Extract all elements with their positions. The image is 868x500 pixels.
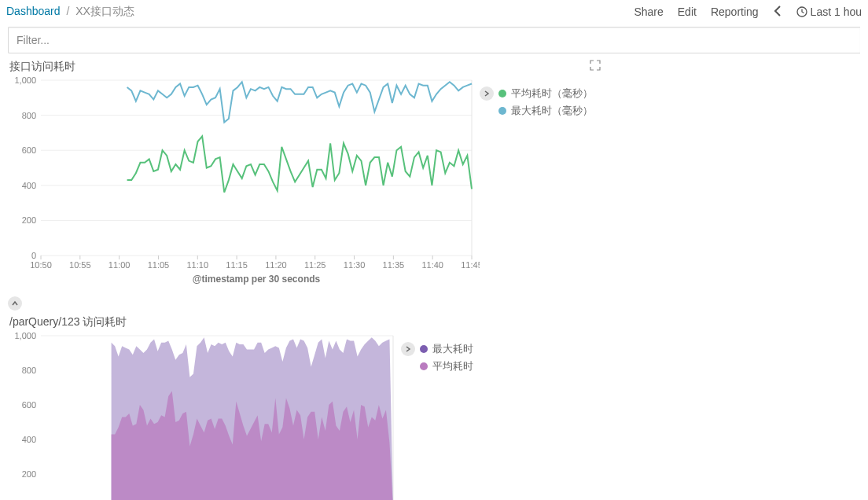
top-bar: Dashboard / XX接口动态 Share Edit Reporting … [0,0,868,24]
svg-text:11:00: 11:00 [108,260,131,270]
svg-text:11:35: 11:35 [383,260,405,270]
svg-text:11:25: 11:25 [304,260,326,270]
panel-1-legend: 平均耗时（毫秒） 最大耗时（毫秒） [480,75,593,292]
legend-item[interactable]: 最大耗时 [420,342,473,356]
breadcrumb: Dashboard / XX接口动态 [6,5,634,19]
svg-text:400: 400 [22,435,36,444]
svg-text:800: 800 [22,111,36,120]
svg-text:1,000: 1,000 [14,331,36,340]
page-title: XX接口动态 [75,5,134,17]
svg-text:200: 200 [22,215,36,225]
share-button[interactable]: Share [634,6,663,18]
panel-2: /parQuery/123 访问耗时 02004006008001,00010:… [0,312,868,500]
svg-text:400: 400 [22,181,36,190]
panel-2-title: /parQuery/123 访问耗时 [8,315,860,329]
svg-text:0: 0 [31,251,36,260]
svg-text:600: 600 [22,145,36,155]
legend-collapse-button[interactable] [480,86,494,101]
legend-item[interactable]: 平均耗时（毫秒） [498,86,593,101]
top-actions: Share Edit Reporting Last 1 hou [634,4,862,20]
panel-2-legend: 最大耗时 平均耗时 [401,331,473,500]
svg-text:11:30: 11:30 [344,260,366,270]
svg-text:11:40: 11:40 [421,260,443,270]
edit-button[interactable]: Edit [678,6,697,18]
breadcrumb-separator: / [66,5,69,17]
svg-text:11:15: 11:15 [226,260,248,270]
dashboard-link[interactable]: Dashboard [6,5,61,17]
legend-label: 最大耗时（毫秒） [511,104,593,118]
svg-text:11:20: 11:20 [265,260,287,270]
svg-text:1,000: 1,000 [14,75,36,85]
svg-text:10:55: 10:55 [69,260,91,270]
prev-time-button[interactable] [773,4,782,20]
reporting-button[interactable]: Reporting [711,6,759,18]
svg-text:200: 200 [22,469,36,479]
legend-label: 平均耗时 [432,359,473,373]
expand-icon[interactable] [590,60,601,73]
panel-1-title: 接口访问耗时 [8,60,860,74]
time-range-label: Last 1 hou [811,6,862,18]
svg-text:10:50: 10:50 [30,260,52,270]
legend-label: 最大耗时 [432,342,473,356]
svg-text:@timestamp per 30 seconds: @timestamp per 30 seconds [193,274,321,285]
chart-1[interactable]: 02004006008001,00010:5010:5511:0011:0511… [8,75,480,292]
legend-item[interactable]: 平均耗时 [420,359,473,373]
chart-2[interactable]: 02004006008001,00010:5010:5511:0011:0511… [8,331,401,500]
svg-text:11:05: 11:05 [148,260,170,270]
legend-label: 平均耗时（毫秒） [511,86,593,101]
filter-bar [0,24,868,57]
svg-text:800: 800 [22,366,36,375]
legend-item[interactable]: 最大耗时（毫秒） [498,104,593,118]
collapse-up-button[interactable] [8,296,22,311]
svg-text:600: 600 [22,400,36,410]
clock-icon [796,6,807,17]
svg-text:11:45: 11:45 [461,260,480,270]
legend-swatch [498,90,506,97]
filter-input[interactable] [8,27,860,53]
legend-swatch [420,345,428,353]
time-range-picker[interactable]: Last 1 hou [796,6,862,18]
panel-1: 接口访问耗时 02004006008001,00010:5010:5511:00… [0,57,868,292]
legend-collapse-button[interactable] [401,342,415,356]
panel-collapse-row [0,292,868,312]
svg-text:11:10: 11:10 [187,260,209,270]
legend-swatch [498,107,506,115]
legend-swatch [420,362,428,370]
